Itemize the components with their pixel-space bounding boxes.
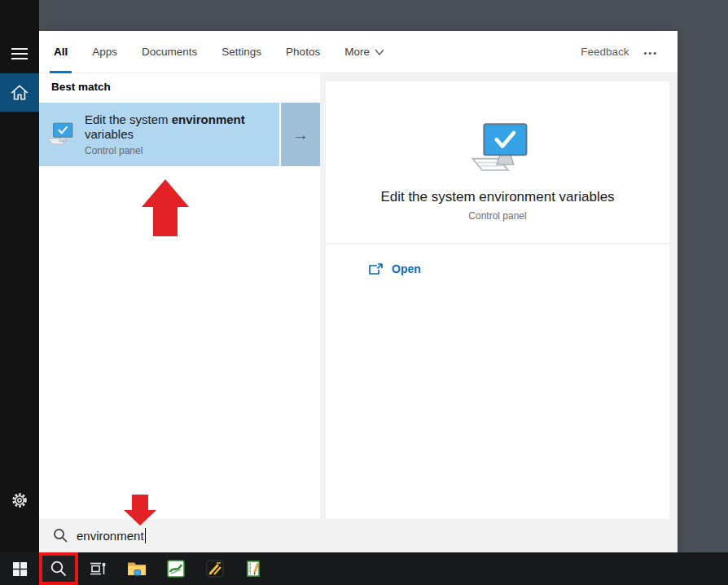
feedback-button[interactable]: Feedback: [581, 46, 629, 58]
search-query-text: environment: [77, 529, 144, 543]
home-tab-button[interactable]: [0, 73, 39, 112]
tab-settings-label: Settings: [221, 46, 261, 58]
ellipsis-icon: •••: [643, 48, 658, 58]
preview-subtitle: Control panel: [326, 210, 669, 222]
gear-icon: [10, 490, 29, 510]
task-view-icon: [88, 560, 107, 578]
tab-apps[interactable]: Apps: [92, 31, 117, 73]
search-icon: [50, 560, 68, 578]
tab-all[interactable]: All: [54, 31, 68, 73]
tab-photos-label: Photos: [286, 46, 320, 58]
chevron-down-icon: [375, 49, 384, 55]
preview-panel: Edit the system environment variables Co…: [320, 73, 678, 519]
taskbar: [0, 552, 728, 585]
result-title-line1: Edit the system environment: [85, 112, 279, 127]
green-app-icon: [167, 560, 185, 578]
search-filter-tabs: All Apps Documents Settings Photos More …: [39, 31, 678, 73]
tab-documents[interactable]: Documents: [142, 31, 197, 73]
pinned-app-grapher-button[interactable]: [195, 552, 235, 585]
hamburger-icon: [11, 47, 28, 60]
results-panel: Best match Edit the system environment v…: [39, 73, 320, 519]
green-notepad-app-icon: [245, 560, 263, 578]
taskbar-search-button[interactable]: [39, 552, 78, 585]
file-explorer-button[interactable]: [117, 552, 156, 585]
result-icon-wrap: [39, 103, 80, 166]
open-external-icon: [368, 263, 383, 275]
system-properties-icon: [45, 122, 74, 147]
settings-button[interactable]: [0, 481, 39, 519]
tab-photos[interactable]: Photos: [286, 31, 320, 73]
home-icon: [11, 84, 29, 101]
result-text: Edit the system environment variables Co…: [80, 103, 279, 166]
preview-title: Edit the system environment variables: [326, 189, 669, 205]
pinned-app-notepad-button[interactable]: [235, 552, 274, 585]
result-title-line2: variables: [85, 127, 279, 142]
tab-documents-label: Documents: [142, 46, 197, 58]
open-action[interactable]: Open: [326, 244, 669, 275]
result-subtitle: Control panel: [85, 145, 279, 156]
tab-apps-label: Apps: [92, 46, 117, 58]
search-icon: [53, 528, 68, 543]
tab-more-label: More: [344, 46, 370, 58]
windows-logo-icon: [13, 562, 27, 576]
search-results-area: Best match Edit the system environment v…: [39, 73, 678, 519]
preview-icon-wrap: [326, 81, 669, 176]
windows-search-screen: All Apps Documents Settings Photos More …: [0, 0, 728, 585]
start-rail: [0, 0, 39, 552]
text-cursor: [145, 528, 147, 543]
tab-settings[interactable]: Settings: [221, 31, 261, 73]
tab-more[interactable]: More: [344, 31, 384, 73]
overflow-menu-button[interactable]: •••: [635, 45, 666, 59]
right-arrow-icon: →: [292, 125, 309, 144]
hamburger-menu-button[interactable]: [0, 34, 39, 73]
best-match-header: Best match: [39, 81, 320, 93]
start-button[interactable]: [0, 552, 39, 585]
search-flyout: All Apps Documents Settings Photos More …: [39, 31, 678, 552]
task-view-button[interactable]: [78, 552, 117, 585]
black-yellow-app-icon: [206, 560, 224, 578]
tab-all-label: All: [54, 46, 68, 58]
expand-result-button[interactable]: →: [281, 103, 320, 166]
open-label: Open: [392, 262, 421, 275]
preview-card: Edit the system environment variables Co…: [326, 81, 669, 519]
folder-icon: [127, 561, 147, 577]
search-input[interactable]: environment: [39, 519, 678, 552]
best-match-result[interactable]: Edit the system environment variables Co…: [39, 103, 320, 166]
system-properties-icon-large: [465, 122, 530, 176]
pinned-app-surfer-button[interactable]: [156, 552, 195, 585]
